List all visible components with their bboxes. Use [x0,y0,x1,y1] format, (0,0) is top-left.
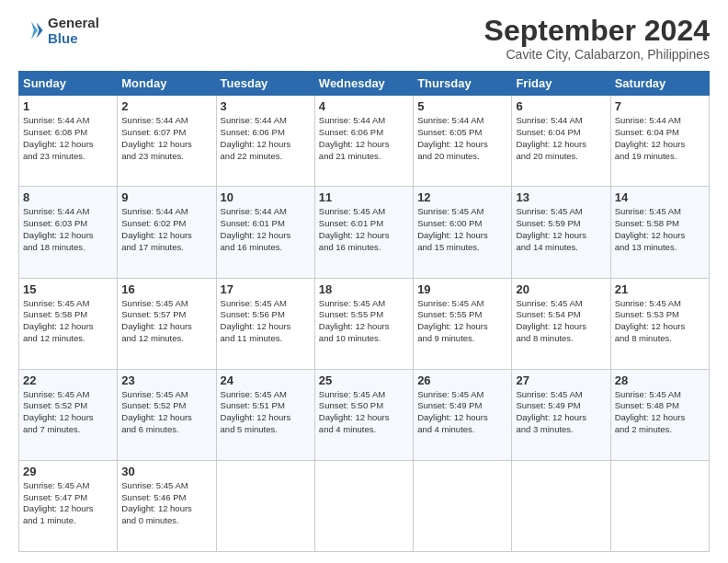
table-row [610,460,709,551]
calendar-week-1: 1Sunrise: 5:44 AMSunset: 6:08 PMDaylight… [19,96,710,187]
table-row [414,460,512,551]
logo-icon [18,17,44,43]
svg-marker-1 [31,21,38,40]
table-row: 28Sunrise: 5:45 AMSunset: 5:48 PMDayligh… [610,369,709,460]
col-friday: Friday [512,72,610,96]
table-row: 21Sunrise: 5:45 AMSunset: 5:53 PMDayligh… [610,278,709,369]
col-thursday: Thursday [414,72,512,96]
table-row [314,460,413,551]
col-wednesday: Wednesday [314,72,413,96]
header: General Blue September 2024 Cavite City,… [18,15,710,62]
table-row: 14Sunrise: 5:45 AMSunset: 5:58 PMDayligh… [610,187,709,278]
table-row: 17Sunrise: 5:45 AMSunset: 5:56 PMDayligh… [216,278,314,369]
col-tuesday: Tuesday [216,72,314,96]
table-row: 3Sunrise: 5:44 AMSunset: 6:06 PMDaylight… [216,96,314,187]
calendar-week-3: 15Sunrise: 5:45 AMSunset: 5:58 PMDayligh… [19,278,710,369]
table-row [512,460,610,551]
table-row: 20Sunrise: 5:45 AMSunset: 5:54 PMDayligh… [512,278,610,369]
col-monday: Monday [118,72,216,96]
table-row: 29Sunrise: 5:45 AMSunset: 5:47 PMDayligh… [19,460,118,551]
table-row: 11Sunrise: 5:45 AMSunset: 6:01 PMDayligh… [314,187,413,278]
table-row: 30Sunrise: 5:45 AMSunset: 5:46 PMDayligh… [118,460,216,551]
table-row: 16Sunrise: 5:45 AMSunset: 5:57 PMDayligh… [118,278,216,369]
location: Cavite City, Calabarzon, Philippines [484,47,710,62]
table-row: 23Sunrise: 5:45 AMSunset: 5:52 PMDayligh… [118,369,216,460]
table-row: 25Sunrise: 5:45 AMSunset: 5:50 PMDayligh… [314,369,413,460]
calendar-header-row: Sunday Monday Tuesday Wednesday Thursday… [19,72,710,96]
table-row: 18Sunrise: 5:45 AMSunset: 5:55 PMDayligh… [314,278,413,369]
table-row: 1Sunrise: 5:44 AMSunset: 6:08 PMDaylight… [19,96,118,187]
table-row: 19Sunrise: 5:45 AMSunset: 5:55 PMDayligh… [414,278,512,369]
page: General Blue September 2024 Cavite City,… [0,0,728,563]
table-row: 7Sunrise: 5:44 AMSunset: 6:04 PMDaylight… [610,96,709,187]
col-saturday: Saturday [610,72,709,96]
calendar-week-4: 22Sunrise: 5:45 AMSunset: 5:52 PMDayligh… [19,369,710,460]
table-row: 22Sunrise: 5:45 AMSunset: 5:52 PMDayligh… [19,369,118,460]
table-row: 26Sunrise: 5:45 AMSunset: 5:49 PMDayligh… [414,369,512,460]
table-row: 4Sunrise: 5:44 AMSunset: 6:06 PMDaylight… [314,96,413,187]
table-row: 13Sunrise: 5:45 AMSunset: 5:59 PMDayligh… [512,187,610,278]
title-area: September 2024 Cavite City, Calabarzon, … [484,15,710,62]
table-row [216,460,314,551]
table-row: 9Sunrise: 5:44 AMSunset: 6:02 PMDaylight… [118,187,216,278]
table-row: 5Sunrise: 5:44 AMSunset: 6:05 PMDaylight… [414,96,512,187]
table-row: 10Sunrise: 5:44 AMSunset: 6:01 PMDayligh… [216,187,314,278]
table-row: 12Sunrise: 5:45 AMSunset: 6:00 PMDayligh… [414,187,512,278]
col-sunday: Sunday [19,72,118,96]
logo-text: General Blue [48,15,99,46]
logo: General Blue [18,15,99,46]
calendar-week-5: 29Sunrise: 5:45 AMSunset: 5:47 PMDayligh… [19,460,710,551]
calendar-week-2: 8Sunrise: 5:44 AMSunset: 6:03 PMDaylight… [19,187,710,278]
month-title: September 2024 [484,15,710,47]
table-row: 24Sunrise: 5:45 AMSunset: 5:51 PMDayligh… [216,369,314,460]
table-row: 6Sunrise: 5:44 AMSunset: 6:04 PMDaylight… [512,96,610,187]
table-row: 27Sunrise: 5:45 AMSunset: 5:49 PMDayligh… [512,369,610,460]
table-row: 2Sunrise: 5:44 AMSunset: 6:07 PMDaylight… [118,96,216,187]
table-row: 15Sunrise: 5:45 AMSunset: 5:58 PMDayligh… [19,278,118,369]
calendar-table: Sunday Monday Tuesday Wednesday Thursday… [18,71,710,552]
table-row: 8Sunrise: 5:44 AMSunset: 6:03 PMDaylight… [19,187,118,278]
